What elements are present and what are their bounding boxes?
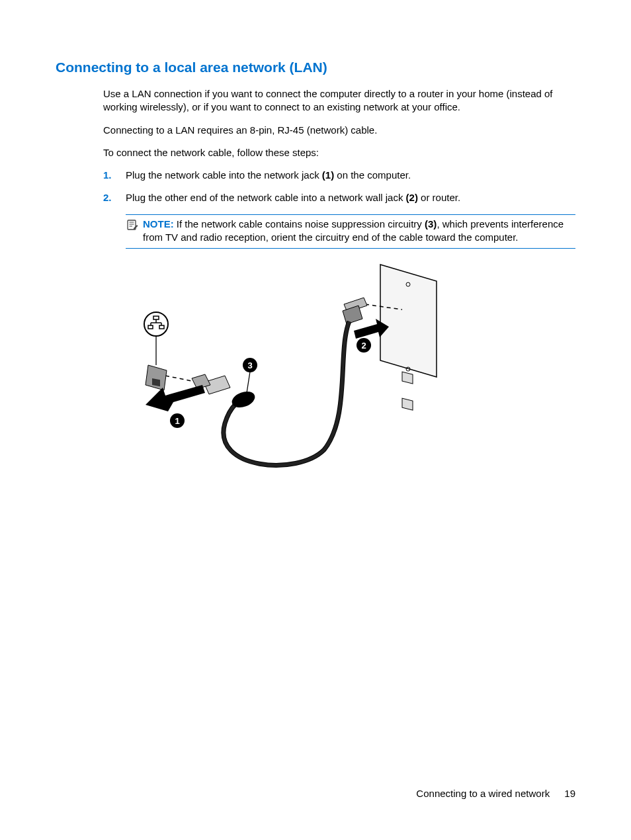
svg-line-16 xyxy=(247,372,250,393)
step-2-text-post: or router. xyxy=(418,192,460,203)
svg-text:3: 3 xyxy=(247,360,252,370)
step-1-text-pre: Plug the network cable into the network … xyxy=(126,169,322,181)
note-callout: (3) xyxy=(425,218,437,230)
section-heading: Connecting to a local area network (LAN) xyxy=(56,60,575,75)
intro-paragraph-3: To connect the network cable, follow the… xyxy=(103,146,575,159)
footer-section-title: Connecting to a wired network xyxy=(416,788,550,799)
wall-plate-icon xyxy=(380,265,437,410)
body-content: Use a LAN connection if you want to conn… xyxy=(103,87,575,483)
svg-rect-23 xyxy=(152,378,160,386)
step-1-callout: (1) xyxy=(322,169,334,181)
svg-marker-22 xyxy=(146,365,167,390)
step-2-text-pre: Plug the other end of the network cable … xyxy=(126,192,406,203)
note-label: NOTE: xyxy=(143,218,174,230)
svg-marker-4 xyxy=(380,265,437,377)
intro-paragraph-1: Use a LAN connection if you want to conn… xyxy=(103,87,575,114)
step-1: Plug the network cable into the network … xyxy=(103,169,575,182)
note-block: NOTE: If the network cable contains nois… xyxy=(126,214,575,249)
note-text: NOTE: If the network cable contains nois… xyxy=(143,218,575,245)
steps-list: Plug the network cable into the network … xyxy=(103,169,575,205)
svg-rect-8 xyxy=(402,398,413,410)
page-number: 19 xyxy=(564,788,575,799)
step-1-text-post: on the computer. xyxy=(334,169,411,181)
step-2-callout: (2) xyxy=(406,192,418,203)
step-2: Plug the other end of the network cable … xyxy=(103,191,575,204)
computer-jack-icon xyxy=(146,365,167,390)
cable-diagram: 2 3 xyxy=(126,258,575,483)
svg-marker-33 xyxy=(146,385,205,411)
rj45-plug-wall-icon xyxy=(343,298,367,324)
svg-line-21 xyxy=(165,376,192,381)
svg-rect-7 xyxy=(402,372,413,384)
document-page: Connecting to a local area network (LAN)… xyxy=(0,0,631,840)
note-body-pre: If the network cable contains noise supp… xyxy=(174,218,425,230)
svg-text:1: 1 xyxy=(175,416,179,426)
page-footer: Connecting to a wired network 19 xyxy=(416,788,575,799)
note-icon xyxy=(126,218,139,231)
svg-text:2: 2 xyxy=(361,341,366,351)
intro-paragraph-2: Connecting to a LAN requires an 8-pin, R… xyxy=(103,124,575,137)
